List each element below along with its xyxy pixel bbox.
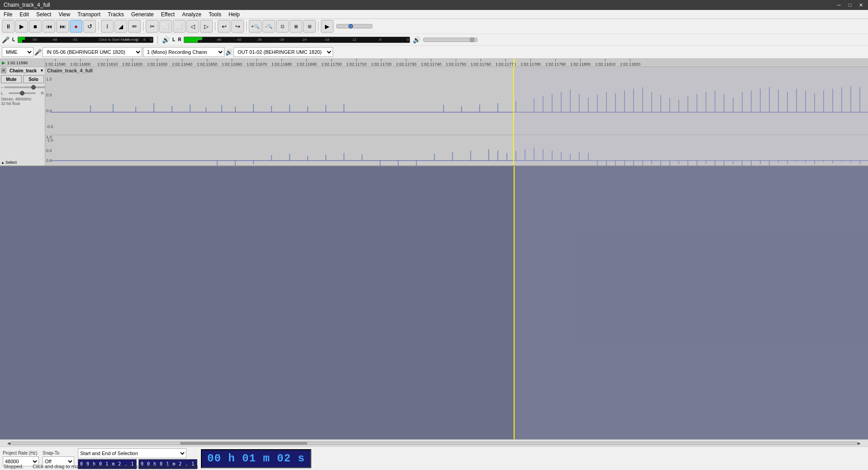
menu-select[interactable]: Select <box>33 10 55 19</box>
output-right-label: R <box>178 37 181 42</box>
solo-button[interactable]: Solo <box>23 75 44 83</box>
pan-slider[interactable] <box>9 92 36 94</box>
track-select-arrow: ▲ <box>1 161 5 165</box>
horizontal-scrollbar[interactable]: ◀ ▶ <box>0 439 868 446</box>
stop-button[interactable]: ■ <box>29 20 42 33</box>
record-button[interactable]: ● <box>70 20 82 33</box>
big-time-display: 00 h 01 m 02 s <box>201 449 311 468</box>
host-select[interactable]: MME <box>2 47 33 57</box>
scrollbar-track[interactable] <box>10 442 858 445</box>
zoom-fit-button[interactable]: ⊠ <box>290 20 302 33</box>
track-collapse-button[interactable]: ▼ <box>40 68 44 73</box>
ruler-mark: 1:02.11780 <box>520 59 541 66</box>
ruler-mark: 1:02.11750 <box>446 59 466 66</box>
ruler-mark: 1:02.11820 <box>620 59 640 66</box>
menu-view[interactable]: View <box>55 10 74 19</box>
svg-text:0.5: 0.5 <box>46 93 52 97</box>
ruler-mark: 1:02.11590 <box>45 59 66 66</box>
channels-select[interactable]: 1 (Mono) Recording Chann <box>143 47 224 57</box>
copy-button[interactable]: ⬜ <box>159 20 172 33</box>
status-hint: Click and drag to move right selection b… <box>33 464 198 469</box>
paste-button[interactable]: ⬜ <box>173 20 186 33</box>
menu-effect[interactable]: Effect <box>157 10 178 19</box>
svg-text:-0.5: -0.5 <box>46 124 53 129</box>
ruler-mark: 1:02.11600 <box>70 59 91 66</box>
gain-row: – + <box>1 85 44 90</box>
playback-play-button[interactable]: ▶ <box>321 20 334 33</box>
track-controls: ✕ Chaim_track ▼ Mute Solo – + L <box>0 67 45 166</box>
output-vol-slider-thumb[interactable] <box>470 38 474 42</box>
svg-text:0.5: 0.5 <box>46 148 52 153</box>
pan-row: L R <box>1 91 44 95</box>
ruler-mark: 1:02.11700 <box>321 59 342 66</box>
track-info: Stereo, 48000Hz32-bit float <box>1 97 44 106</box>
zoom-sel-button[interactable]: ⊡ <box>276 20 289 33</box>
menu-tools[interactable]: Tools <box>205 10 225 19</box>
ruler-mark: 1:02.11690 <box>296 59 317 66</box>
minimize-button[interactable]: ─ <box>835 1 843 9</box>
pause-button[interactable]: ⏸ <box>2 20 14 33</box>
sep1 <box>98 22 99 31</box>
scroll-right-arrow[interactable]: ▶ <box>858 441 861 446</box>
zoom-in-button[interactable]: +🔍 <box>249 20 262 33</box>
ruler-playhead <box>514 59 515 66</box>
input-meter-bar[interactable]: -54 -48 -42 Click to Start Monitoring -1… <box>18 37 153 43</box>
input-device-select[interactable]: IN 05-06 (BEHRINGER UMC 1820) <box>43 47 142 57</box>
track-name: Chaim_track <box>10 68 37 73</box>
waveform-area[interactable]: Chaim_track_4_full 1.0 0.5 0.0 -0.5 -1.0 <box>45 67 868 166</box>
ruler-mark: 1:02.11620 <box>122 59 143 66</box>
track-close-button[interactable]: ✕ <box>1 68 6 73</box>
zoom-out-button[interactable]: -🔍 <box>262 20 275 33</box>
timeline-ruler[interactable]: ▶ 1:02.11590 1:02.115901:02.116001:02.11… <box>0 59 868 67</box>
device-mic-icon: 🎤 <box>34 49 42 56</box>
sep2 <box>143 22 143 31</box>
output-device-select[interactable]: OUT 01-02 (BEHRINGER UMC 1820) <box>234 47 333 57</box>
undo-button[interactable]: ↩ <box>218 20 230 33</box>
envelope-tool-button[interactable]: ◢ <box>114 20 127 33</box>
playback-speed-track <box>336 24 372 28</box>
ruler-mark: 1:02.11800 <box>570 59 591 66</box>
window-controls: ─ □ ✕ <box>835 1 864 9</box>
mute-solo-row: Mute Solo <box>1 75 44 83</box>
menu-edit[interactable]: Edit <box>16 10 33 19</box>
ruler-mark: 1:02.11610 <box>97 59 118 66</box>
ruler-time-icon: ▶ <box>2 60 5 65</box>
menu-analyze[interactable]: Analyze <box>178 10 205 19</box>
play-button[interactable]: ▶ <box>15 20 28 33</box>
redo-button[interactable]: ↪ <box>231 20 244 33</box>
cut-button[interactable]: ✂ <box>146 20 158 33</box>
output-meter-bar[interactable]: -54 -48 -42 -36 -30 -24 -18 -12 -6 0 <box>184 37 410 43</box>
menu-tracks[interactable]: Tracks <box>104 10 128 19</box>
ruler-mark: 1:02.11710 <box>346 59 367 66</box>
menu-transport[interactable]: Transport <box>74 10 104 19</box>
status-messages: Stopped. Click and drag to move right se… <box>4 464 198 469</box>
zoom-toggle-button[interactable]: ⊞ <box>303 20 316 33</box>
scrollbar-thumb[interactable] <box>180 442 307 445</box>
menu-generate[interactable]: Generate <box>128 10 157 19</box>
maximize-button[interactable]: □ <box>846 1 854 9</box>
output-vol-icon: 🔊 <box>413 36 420 43</box>
playback-speed-thumb[interactable] <box>348 24 353 28</box>
output-speaker-icon: 🔊 <box>162 36 170 43</box>
skip-end-button[interactable]: ⏭ <box>56 20 69 33</box>
menu-help[interactable]: Help <box>225 10 243 19</box>
ruler-marks-area: 1:02.115901:02.116001:02.116101:02.11620… <box>45 59 868 66</box>
selection-tool-button[interactable]: I <box>101 20 114 33</box>
track-select-button[interactable]: ▲ Select <box>1 160 44 165</box>
trim-button[interactable]: ◁ <box>186 20 199 33</box>
menu-file[interactable]: File <box>0 10 16 19</box>
toolbar-row-2: 🎤 L -54 -48 -42 Click to Start Monitorin… <box>0 34 868 46</box>
skip-start-button[interactable]: ⏮ <box>43 20 55 33</box>
draw-tool-button[interactable]: ✏ <box>128 20 141 33</box>
close-button[interactable]: ✕ <box>857 1 864 9</box>
svg-text:1.0: 1.0 <box>46 135 52 139</box>
ruler-mark: 1:02.11760 <box>471 59 491 66</box>
stopped-status: Stopped. <box>4 464 24 469</box>
silence-button[interactable]: ▷ <box>200 20 213 33</box>
svg-text:1.0: 1.0 <box>46 77 52 81</box>
loop-button[interactable]: ↺ <box>83 20 96 33</box>
mute-button[interactable]: Mute <box>1 75 22 83</box>
scroll-left-arrow[interactable]: ◀ <box>7 441 10 446</box>
selection-type-dropdown[interactable]: Start and End of Selection Start and Len… <box>78 448 186 458</box>
output-left-label: L <box>172 37 175 42</box>
